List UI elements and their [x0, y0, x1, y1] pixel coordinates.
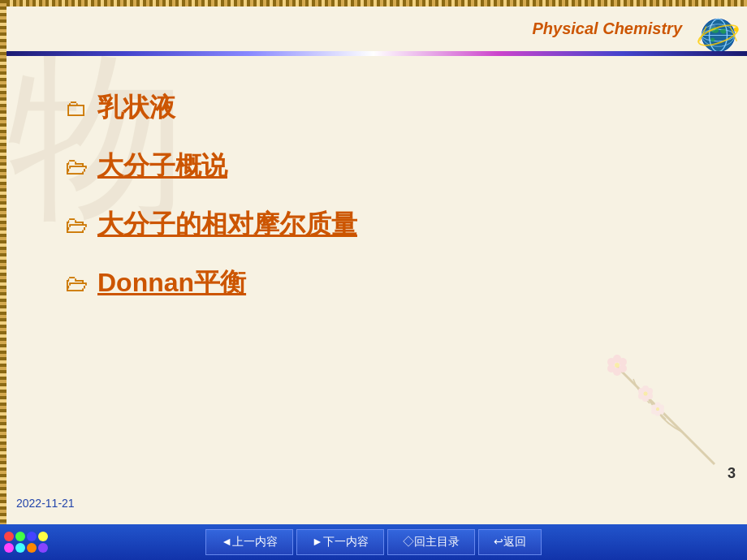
folder-icon-2: 🗁 [65, 153, 88, 180]
ball-green [15, 532, 25, 541]
menu-label-4: Donnan平衡 [97, 265, 246, 301]
header-line [0, 51, 747, 56]
prev-button[interactable]: ◄上一内容 [205, 529, 293, 555]
back-button[interactable]: ↩返回 [478, 529, 542, 555]
menu-label-2: 大分子概说 [97, 149, 227, 184]
folder-icon-4: 🗁 [65, 270, 88, 297]
page-number: 3 [728, 465, 736, 482]
top-border [0, 0, 747, 6]
menu-label-1: 乳状液 [97, 90, 175, 126]
ball-purple [38, 543, 48, 553]
menu-item-3[interactable]: 🗁 大分子的相对摩尔质量 [65, 207, 682, 243]
slide: Physical Chemistry [0, 0, 747, 524]
main-content: 🗀 乳状液 🗁 大分子概说 🗁 大分子的相对摩尔质量 🗁 Donnan平衡 [0, 58, 747, 356]
svg-point-29 [651, 405, 657, 411]
menu-item-2[interactable]: 🗁 大分子概说 [65, 149, 682, 184]
ball-pink [4, 543, 14, 553]
ball-red [4, 532, 14, 541]
header-title: Physical Chemistry [532, 19, 682, 38]
home-button[interactable]: ◇回主目录 [387, 529, 475, 555]
toolbar-icon-area [0, 524, 57, 560]
ball-blue [27, 532, 37, 541]
menu-item-1[interactable]: 🗀 乳状液 [65, 90, 682, 126]
svg-point-7 [734, 27, 739, 32]
svg-point-30 [656, 407, 659, 411]
menu-item-4[interactable]: 🗁 Donnan平衡 [65, 265, 682, 301]
header: Physical Chemistry [0, 6, 747, 51]
next-button[interactable]: ►下一内容 [296, 529, 384, 555]
folder-icon-1: 🗀 [65, 95, 88, 122]
toolbar-buttons: ◄上一内容 ►下一内容 ◇回主目录 ↩返回 [205, 529, 542, 555]
ball-orange [27, 543, 37, 553]
colorful-balls [4, 532, 53, 553]
svg-point-15 [607, 358, 615, 366]
folder-icon-3: 🗁 [65, 212, 88, 239]
svg-point-23 [644, 392, 648, 396]
toolbar: ◄上一内容 ►下一内容 ◇回主目录 ↩返回 [0, 524, 747, 560]
side-border-left [0, 0, 6, 524]
ball-cyan [15, 543, 25, 553]
ball-yellow [38, 532, 48, 541]
menu-label-3: 大分子的相对摩尔质量 [97, 207, 357, 243]
date-label: 2022-11-21 [16, 497, 75, 510]
svg-point-16 [615, 363, 620, 368]
